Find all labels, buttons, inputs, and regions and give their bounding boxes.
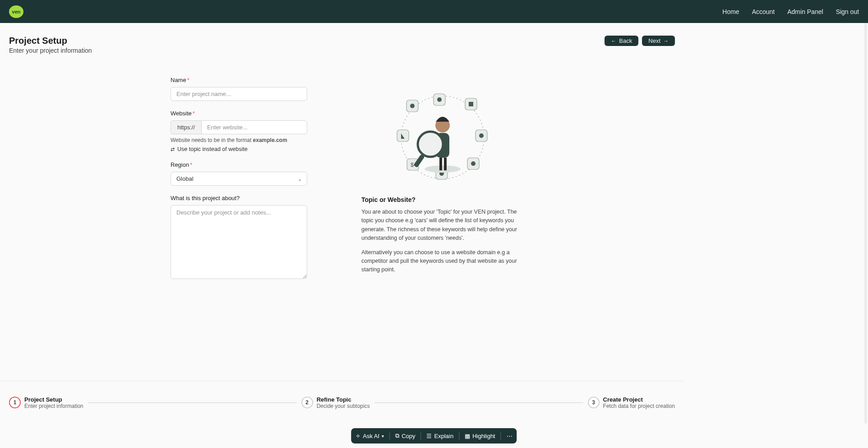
about-label: What is this project about? [171,195,307,201]
step-circle-1: 1 [9,397,21,408]
nav-link-admin-panel[interactable]: Admin Panel [787,8,823,15]
wizard-stepper: 1 Project Setup Enter project informatio… [0,381,684,424]
more-button[interactable]: ⋯ [507,433,512,439]
highlight-button[interactable]: ▩ Highlight [465,433,495,439]
info-paragraph-2: Alternatively you can choose to use a we… [361,248,524,274]
highlight-label: Highlight [472,433,495,439]
copy-button[interactable]: ⧉ Copy [395,432,415,439]
arrow-right-icon: → [663,38,669,44]
website-input[interactable] [201,120,307,134]
page-subtitle: Enter your project information [9,47,92,54]
svg-point-22 [418,132,443,157]
info-column: $ Topic or Web [361,77,524,290]
svg-rect-21 [444,158,447,170]
nav-link-sign-out[interactable]: Sign out [836,8,859,15]
name-label-text: Name [171,77,186,83]
separator [501,432,501,440]
use-topic-instead-link[interactable]: ⇄ Use topic instead of website [171,146,307,152]
svg-point-12 [479,133,484,138]
region-label: Region* [171,161,307,168]
explain-button[interactable]: ☰ Explain [426,433,453,439]
website-helper-bold: example.com [253,137,287,143]
region-label-text: Region [171,161,189,168]
dots-icon: ⋯ [507,433,512,439]
next-button-label: Next [648,37,660,44]
step-3-title: Create Project [603,396,675,403]
info-paragraph-1: You are about to choose your 'Topic' for… [361,208,524,243]
ask-ai-label: Ask AI [363,433,379,439]
swap-icon: ⇄ [171,146,175,152]
svg-point-9 [410,104,415,108]
required-indicator: * [193,110,195,117]
step-3-subtitle: Fetch data for project creation [603,403,675,409]
step-circle-2: 2 [301,397,313,408]
chevron-down-icon: ▾ [382,434,384,439]
scrollbar-thumb[interactable] [864,23,867,424]
highlight-icon: ▩ [465,433,470,439]
ask-ai-button[interactable]: ✧ Ask AI ▾ [356,433,384,439]
use-topic-instead-label: Use topic instead of website [177,146,248,152]
svg-point-17 [425,165,461,173]
region-select[interactable] [171,172,307,186]
website-helper: Website needs to be in the format exampl… [171,137,307,143]
sparkle-icon: ✧ [356,433,360,439]
nav-link-account[interactable]: Account [752,8,775,15]
separator [459,432,459,440]
required-indicator: * [190,161,192,168]
back-button-label: Back [619,37,632,44]
step-2-subtitle: Decide your subtopics [317,403,370,409]
step-connector [374,402,583,403]
step-circle-3: 3 [588,397,600,408]
step-1[interactable]: 1 Project Setup Enter project informatio… [9,396,83,409]
copy-icon: ⧉ [395,432,399,439]
svg-rect-8 [397,130,409,142]
separator [389,432,390,440]
website-helper-pre: Website needs to be in the format [171,137,253,143]
svg-point-10 [437,97,442,102]
required-indicator: * [187,77,189,83]
page-header: Project Setup Enter your project informa… [0,23,684,63]
separator [420,432,421,440]
name-label: Name* [171,77,307,83]
text-selection-toolbar: ✧ Ask AI ▾ ⧉ Copy ☰ Explain ▩ Highlight … [351,428,517,443]
step-connector [88,402,297,403]
step-2-title: Refine Topic [317,396,370,403]
website-prefix: https:// [171,120,201,134]
logo-text: ven [12,9,21,14]
svg-point-13 [471,161,476,166]
step-3[interactable]: 3 Create Project Fetch data for project … [588,396,675,409]
page-title: Project Setup [9,36,92,46]
info-heading: Topic or Website? [361,196,524,203]
nav-link-home[interactable]: Home [722,8,739,15]
form-column: Name* Website* https:// Website needs to… [171,77,307,290]
copy-label: Copy [402,433,415,439]
explain-label: Explain [434,433,453,439]
svg-text:$: $ [411,161,414,168]
scrollbar[interactable] [864,23,867,424]
about-textarea[interactable] [171,205,307,279]
main-content: Project Setup Enter your project informa… [0,23,684,424]
website-label-text: Website [171,110,192,117]
next-button[interactable]: Next → [642,36,675,46]
svg-rect-20 [439,158,442,170]
logo[interactable]: ven [9,5,23,18]
step-2[interactable]: 2 Refine Topic Decide your subtopics [301,396,370,409]
arrow-left-icon: ← [611,38,616,44]
step-1-title: Project Setup [24,396,83,403]
name-input[interactable] [171,87,307,101]
topic-illustration: $ [391,90,494,183]
back-button[interactable]: ← Back [605,36,638,46]
explain-icon: ☰ [426,433,432,439]
website-label: Website* [171,110,307,117]
svg-rect-11 [469,102,473,106]
step-1-subtitle: Enter project information [24,403,83,409]
nav-links: Home Account Admin Panel Sign out [722,8,859,15]
top-navbar: ven Home Account Admin Panel Sign out [0,0,868,23]
